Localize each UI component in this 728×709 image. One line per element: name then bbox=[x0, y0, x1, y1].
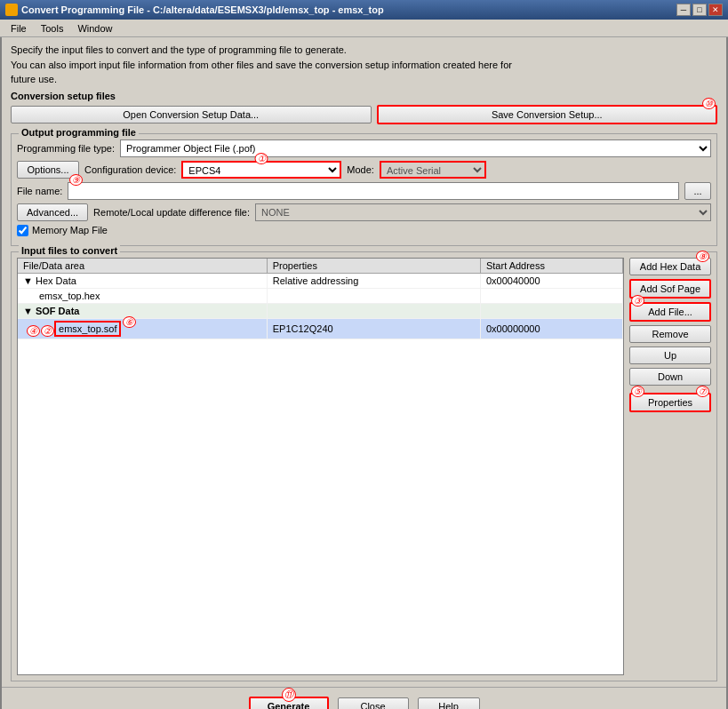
table-row: emsx_top.hex bbox=[18, 288, 623, 303]
hex-data-name: ▼ Hex Data bbox=[18, 273, 267, 288]
sof-data-address bbox=[480, 303, 622, 318]
close-dialog-button[interactable]: Close bbox=[338, 697, 409, 709]
output-programming-label: Output programming file bbox=[19, 127, 139, 138]
sof-file-properties: EP1C12Q240 bbox=[267, 318, 480, 339]
menu-tools[interactable]: Tools bbox=[34, 21, 71, 36]
description-area: Specify the input files to convert and t… bbox=[2, 37, 726, 91]
sof-data-name: ▼ SOF Data bbox=[18, 303, 267, 318]
hex-expand-icon[interactable]: ▼ bbox=[23, 275, 36, 286]
hex-file-address bbox=[480, 288, 622, 303]
badge-3: ③ bbox=[631, 295, 644, 307]
sof-file-address: 0x00000000 bbox=[480, 318, 622, 339]
save-conversion-setup-button[interactable]: Save Conversion Setup... bbox=[377, 105, 718, 124]
window-title: Convert Programming File - C:/altera/dat… bbox=[21, 4, 676, 15]
options-button[interactable]: Options... bbox=[17, 161, 79, 179]
desc-line3: future use. bbox=[11, 72, 717, 87]
hex-data-properties: Relative addressing bbox=[267, 273, 480, 288]
table-row: ▼ Hex Data Relative addressing 0x0004000… bbox=[18, 273, 623, 288]
title-bar: Convert Programming File - C:/altera/dat… bbox=[0, 0, 728, 20]
badge-10: ⑩ bbox=[702, 98, 716, 109]
remote-local-select[interactable]: NONE bbox=[255, 203, 711, 221]
sof-file-red-box: emsx_top.sof bbox=[54, 321, 121, 337]
sof-file-name: ④ ② emsx_top.sof ⑥ bbox=[18, 318, 267, 339]
badge-7: ⑦ bbox=[696, 386, 709, 397]
up-button[interactable]: Up bbox=[629, 347, 711, 364]
mode-select[interactable]: Active Serial bbox=[380, 161, 486, 179]
col-properties: Properties bbox=[267, 259, 480, 274]
mode-label: Mode: bbox=[347, 164, 374, 175]
conversion-setup-label: Conversion setup files bbox=[11, 91, 717, 101]
help-button[interactable]: Help bbox=[418, 697, 480, 709]
badge-2: ② bbox=[41, 325, 54, 337]
hex-file-properties bbox=[267, 288, 480, 303]
memory-map-checkbox[interactable] bbox=[17, 225, 28, 236]
badge-6: ⑥ bbox=[123, 316, 136, 328]
file-tree-area: File/Data area Properties Start Address … bbox=[17, 258, 624, 676]
menu-bar: File Tools Window bbox=[0, 20, 728, 37]
file-name-label: File name: bbox=[17, 186, 62, 196]
table-row: ④ ② emsx_top.sof ⑥ EP1C12Q240 0x00000000 bbox=[18, 318, 623, 339]
minimize-button[interactable]: ─ bbox=[676, 4, 691, 16]
badge-1: ① bbox=[255, 153, 268, 164]
col-start-address: Start Address bbox=[480, 259, 622, 274]
file-tree-table: File/Data area Properties Start Address … bbox=[18, 259, 623, 339]
memory-map-checkbox-label[interactable]: Memory Map File bbox=[17, 225, 108, 236]
config-device-label: Configuration device: bbox=[84, 164, 176, 175]
remote-local-label: Remote/Local update difference file: bbox=[93, 207, 250, 218]
close-button[interactable]: ✕ bbox=[708, 4, 723, 16]
footer-area: ⑪ Generate Close Help bbox=[2, 687, 726, 709]
window-controls: ─ □ ✕ bbox=[676, 4, 723, 16]
prog-file-type-select[interactable]: Programmer Object File (.pof) bbox=[120, 139, 711, 157]
remove-button[interactable]: Remove bbox=[629, 325, 711, 343]
file-name-input[interactable]: output_file.pof bbox=[68, 182, 679, 200]
badge-4: ④ bbox=[27, 325, 40, 337]
desc-line2: You can also import input file informati… bbox=[11, 58, 717, 73]
sof-data-properties bbox=[267, 303, 480, 318]
table-row: ▼ SOF Data bbox=[18, 303, 623, 318]
main-window: Specify the input files to convert and t… bbox=[0, 37, 728, 709]
input-files-label: Input files to convert bbox=[19, 245, 120, 256]
badge-5: ⑤ bbox=[631, 386, 644, 397]
badge-11: ⑪ bbox=[282, 688, 296, 702]
hex-file-name: emsx_top.hex bbox=[18, 288, 267, 303]
hex-data-address: 0x00040000 bbox=[480, 273, 622, 288]
desc-line1: Specify the input files to convert and t… bbox=[11, 43, 717, 58]
app-icon bbox=[5, 4, 18, 16]
open-conversion-setup-button[interactable]: Open Conversion Setup Data... bbox=[11, 106, 372, 123]
memory-map-label: Memory Map File bbox=[32, 225, 108, 235]
down-button[interactable]: Down bbox=[629, 368, 711, 386]
col-file-data-area: File/Data area bbox=[18, 259, 267, 274]
maximize-button[interactable]: □ bbox=[692, 4, 707, 16]
menu-window[interactable]: Window bbox=[70, 21, 119, 36]
advanced-button[interactable]: Advanced... bbox=[17, 203, 88, 221]
side-buttons: ⑧ Add Hex Data Add Sof Page ③ Add File..… bbox=[629, 258, 711, 676]
sof-expand-icon[interactable]: ▼ bbox=[23, 306, 36, 316]
prog-file-type-label: Programming file type: bbox=[17, 143, 115, 154]
badge-9: ⑨ bbox=[69, 174, 83, 186]
badge-8: ⑧ bbox=[696, 251, 709, 262]
browse-file-button[interactable]: ... bbox=[684, 182, 711, 200]
menu-file[interactable]: File bbox=[4, 21, 34, 36]
